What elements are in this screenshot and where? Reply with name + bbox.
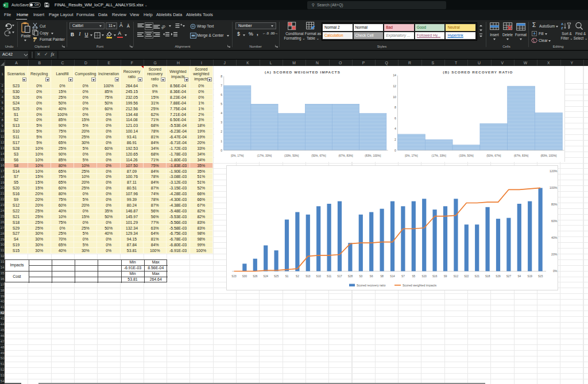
svg-text:6: 6: [394, 117, 396, 120]
svg-text:8: 8: [394, 106, 396, 109]
svg-text:10: 10: [393, 95, 396, 99]
svg-text:20%: 20%: [551, 253, 558, 256]
svg-text:(83%, 100%]: (83%, 100%]: [365, 154, 381, 157]
svg-text:(A) SCORED WEIGHTED IMPACTS: (A) SCORED WEIGHTED IMPACTS: [265, 70, 341, 74]
svg-text:S5: S5: [412, 275, 415, 278]
svg-text:S19: S19: [528, 275, 533, 278]
svg-text:(33%, 50%]: (33%, 50%]: [459, 154, 474, 157]
svg-text:[0%, 17%]: [0%, 17%]: [405, 154, 418, 157]
svg-text:S16: S16: [432, 275, 438, 278]
svg-text:8: 8: [220, 75, 222, 78]
svg-text:(17%, 33%]: (17%, 33%]: [257, 154, 272, 157]
svg-text:0%: 0%: [553, 269, 558, 273]
svg-text:14: 14: [393, 73, 396, 77]
svg-text:S13: S13: [305, 275, 311, 278]
svg-text:0: 0: [394, 149, 396, 152]
svg-text:S11: S11: [327, 275, 331, 278]
svg-text:S18: S18: [485, 275, 490, 278]
svg-text:S2: S2: [296, 275, 299, 278]
svg-text:3: 3: [220, 121, 222, 124]
svg-text:(67%, 83%]: (67%, 83%]: [513, 154, 528, 157]
svg-text:120%: 120%: [550, 169, 558, 173]
svg-text:(83%, 100%]: (83%, 100%]: [540, 154, 557, 157]
svg-text:2: 2: [220, 130, 222, 133]
svg-text:S29: S29: [496, 275, 501, 278]
svg-text:S28: S28: [348, 275, 353, 278]
svg-text:(B) SCORED RECOVERY RATIO: (B) SCORED RECOVERY RATIO: [443, 70, 513, 74]
svg-text:4: 4: [220, 111, 222, 115]
svg-text:S12: S12: [454, 275, 459, 278]
svg-text:1: 1: [220, 139, 222, 143]
svg-text:5: 5: [220, 102, 222, 106]
svg-text:S6: S6: [370, 275, 373, 278]
svg-text:S21: S21: [475, 275, 480, 278]
svg-text:100%: 100%: [550, 186, 558, 189]
svg-text:4: 4: [394, 127, 396, 130]
svg-text:12: 12: [393, 84, 396, 88]
svg-text:A: A: [561, 22, 564, 26]
svg-text:S15: S15: [538, 275, 543, 278]
svg-text:S1: S1: [285, 275, 289, 278]
svg-text:2: 2: [394, 138, 396, 141]
svg-text:S22: S22: [464, 275, 469, 278]
svg-text:S10: S10: [316, 275, 322, 278]
svg-text:(17%, 33%]: (17%, 33%]: [431, 154, 446, 157]
svg-text:S14: S14: [390, 275, 395, 278]
svg-text:40%: 40%: [551, 236, 558, 239]
svg-text:(50%, 67%]: (50%, 67%]: [486, 154, 501, 157]
svg-text:S4: S4: [517, 275, 521, 278]
svg-text:Z: Z: [561, 26, 563, 30]
svg-text:[0%, 17%]: [0%, 17%]: [231, 154, 244, 157]
svg-text:0: 0: [220, 149, 222, 152]
svg-text:Scored recovery ratio: Scored recovery ratio: [357, 284, 385, 287]
svg-text:Scored weighted impacts: Scored weighted impacts: [403, 284, 437, 287]
svg-text:S26: S26: [253, 275, 258, 278]
svg-text:S24: S24: [264, 275, 269, 278]
svg-text:S20: S20: [422, 275, 427, 278]
svg-text:S9: S9: [444, 275, 447, 278]
svg-text:S8: S8: [380, 275, 384, 278]
svg-text:(50%, 67%]: (50%, 67%]: [311, 154, 326, 157]
svg-text:60%: 60%: [551, 219, 558, 223]
svg-text:S17: S17: [337, 275, 342, 278]
svg-text:S23: S23: [231, 275, 237, 278]
svg-text:80%: 80%: [551, 203, 558, 206]
svg-text:S3: S3: [359, 275, 362, 278]
svg-text:S7: S7: [401, 275, 405, 278]
svg-text:(67%, 83%]: (67%, 83%]: [338, 154, 353, 157]
svg-text:(33%, 50%]: (33%, 50%]: [284, 154, 299, 157]
svg-text:S25: S25: [274, 275, 279, 278]
svg-text:S30: S30: [242, 275, 247, 278]
svg-text:ab: ab: [161, 24, 166, 29]
svg-text:7: 7: [220, 84, 222, 87]
svg-text:S27: S27: [506, 275, 512, 278]
svg-text:6: 6: [220, 93, 222, 96]
